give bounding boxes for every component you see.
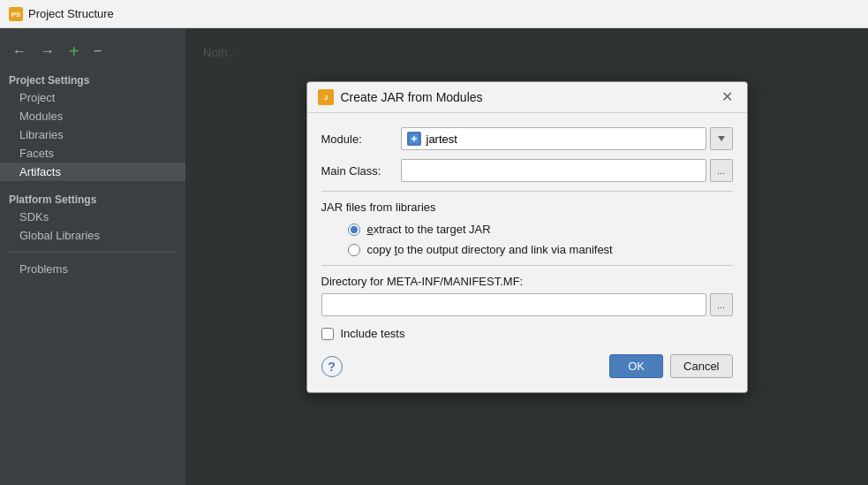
dialog-icon: J	[318, 89, 334, 105]
directory-section-separator	[321, 265, 733, 266]
sidebar-item-sdks[interactable]: SDKs	[0, 208, 185, 226]
sidebar-item-artifacts[interactable]: Artifacts	[0, 163, 185, 181]
cancel-button[interactable]: Cancel	[670, 354, 732, 378]
directory-input-row: ...	[321, 293, 733, 316]
dialog-title: Create JAR from Modules	[341, 90, 483, 104]
title-bar: PS Project Structure	[0, 0, 868, 28]
radio-extract[interactable]	[348, 224, 360, 236]
directory-section: Directory for META-INF/MANIFEST.MF: ...	[321, 275, 733, 316]
dialog-title-bar: J Create JAR from Modules ✕	[307, 82, 747, 113]
dialog-title-content: J Create JAR from Modules	[318, 89, 483, 105]
sidebar-item-global-libraries[interactable]: Global Libraries	[0, 226, 185, 245]
main-area: ← → + − Project Settings Project Modules…	[0, 28, 868, 485]
help-button[interactable]: ?	[321, 356, 343, 377]
sidebar-item-problems[interactable]: Problems	[0, 260, 185, 278]
window-title: Project Structure	[28, 7, 114, 20]
main-class-input[interactable]	[401, 159, 706, 182]
module-value: jartest	[426, 133, 457, 146]
directory-input[interactable]	[321, 293, 706, 316]
radio-item-extract: extract to the target JAR	[348, 223, 733, 236]
module-icon	[407, 132, 421, 146]
svg-text:PS: PS	[11, 11, 21, 19]
sidebar-item-libraries[interactable]: Libraries	[0, 125, 185, 144]
project-settings-label: Project Settings	[0, 69, 185, 88]
radio-copy[interactable]	[348, 244, 360, 256]
forward-button[interactable]: →	[37, 42, 58, 60]
dialog-body: Module:	[307, 113, 747, 392]
radio-copy-label[interactable]: copy to the output directory and link vi…	[367, 243, 613, 256]
radio-item-copy: copy to the output directory and link vi…	[348, 243, 733, 256]
svg-text:J: J	[323, 94, 327, 102]
sidebar: ← → + − Project Settings Project Modules…	[0, 28, 185, 485]
module-label: Module:	[321, 133, 401, 146]
radio-extract-label[interactable]: extract to the target JAR	[367, 223, 491, 236]
jar-section-separator	[321, 191, 733, 192]
directory-browse-button[interactable]: ...	[710, 293, 733, 316]
content-area: Noth... J Create JAR from Modules	[185, 28, 868, 485]
main-class-label: Main Class:	[321, 164, 401, 178]
sidebar-divider	[9, 252, 177, 253]
main-class-row: Main Class: ...	[321, 159, 733, 182]
platform-settings-label: Platform Settings	[0, 188, 185, 208]
sidebar-toolbar: ← → + −	[0, 37, 185, 69]
module-row: Module:	[321, 127, 733, 150]
add-button[interactable]: +	[65, 41, 83, 62]
app-icon: PS	[9, 7, 23, 21]
jar-files-label: JAR files from libraries	[321, 201, 733, 214]
main-class-browse-button[interactable]: ...	[710, 159, 733, 182]
include-tests-label[interactable]: Include tests	[341, 327, 405, 340]
footer-actions: OK Cancel	[609, 354, 732, 378]
module-dropdown-arrow[interactable]	[710, 127, 733, 150]
remove-button[interactable]: −	[90, 42, 105, 60]
radio-group: extract to the target JAR copy to the ou…	[348, 223, 733, 256]
ok-button[interactable]: OK	[609, 354, 663, 378]
dialog-footer: ? OK Cancel	[321, 354, 733, 378]
include-tests-checkbox[interactable]	[321, 328, 334, 340]
main-class-input-group: ...	[401, 159, 733, 182]
include-tests-row: Include tests	[321, 327, 733, 340]
module-input-group: jartest	[401, 127, 733, 150]
modal-overlay: J Create JAR from Modules ✕ Module:	[185, 28, 868, 485]
create-jar-dialog: J Create JAR from Modules ✕ Module:	[306, 81, 748, 393]
sidebar-item-modules[interactable]: Modules	[0, 107, 185, 125]
sidebar-item-facets[interactable]: Facets	[0, 144, 185, 163]
directory-label: Directory for META-INF/MANIFEST.MF:	[321, 275, 733, 288]
sidebar-item-project[interactable]: Project	[0, 88, 185, 107]
module-dropdown[interactable]: jartest	[401, 127, 706, 150]
back-button[interactable]: ←	[9, 42, 30, 60]
dialog-close-button[interactable]: ✕	[718, 90, 736, 104]
